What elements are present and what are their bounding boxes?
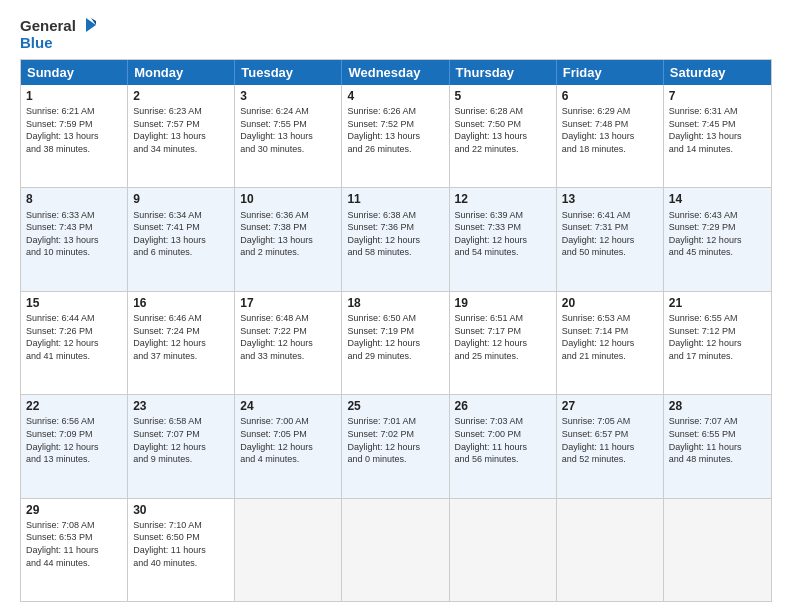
header-cell-saturday: Saturday: [664, 60, 771, 85]
calendar-cell-7: 7Sunrise: 6:31 AM Sunset: 7:45 PM Daylig…: [664, 85, 771, 187]
calendar-cell-10: 10Sunrise: 6:36 AM Sunset: 7:38 PM Dayli…: [235, 188, 342, 290]
logo-general-text: General: [20, 17, 76, 34]
calendar-cell-16: 16Sunrise: 6:46 AM Sunset: 7:24 PM Dayli…: [128, 292, 235, 394]
calendar-cell-12: 12Sunrise: 6:39 AM Sunset: 7:33 PM Dayli…: [450, 188, 557, 290]
header-cell-sunday: Sunday: [21, 60, 128, 85]
calendar-cell-2: 2Sunrise: 6:23 AM Sunset: 7:57 PM Daylig…: [128, 85, 235, 187]
calendar-cell-26: 26Sunrise: 7:03 AM Sunset: 7:00 PM Dayli…: [450, 395, 557, 497]
calendar-row-4: 22Sunrise: 6:56 AM Sunset: 7:09 PM Dayli…: [21, 395, 771, 498]
calendar-row-2: 8Sunrise: 6:33 AM Sunset: 7:43 PM Daylig…: [21, 188, 771, 291]
header-cell-wednesday: Wednesday: [342, 60, 449, 85]
calendar-cell-3: 3Sunrise: 6:24 AM Sunset: 7:55 PM Daylig…: [235, 85, 342, 187]
header-cell-thursday: Thursday: [450, 60, 557, 85]
calendar-cell-20: 20Sunrise: 6:53 AM Sunset: 7:14 PM Dayli…: [557, 292, 664, 394]
calendar-cell-1: 1Sunrise: 6:21 AM Sunset: 7:59 PM Daylig…: [21, 85, 128, 187]
calendar-cell-4: 4Sunrise: 6:26 AM Sunset: 7:52 PM Daylig…: [342, 85, 449, 187]
calendar-cell-15: 15Sunrise: 6:44 AM Sunset: 7:26 PM Dayli…: [21, 292, 128, 394]
logo-bird-icon: [78, 16, 96, 34]
calendar-cell-21: 21Sunrise: 6:55 AM Sunset: 7:12 PM Dayli…: [664, 292, 771, 394]
calendar-cell-14: 14Sunrise: 6:43 AM Sunset: 7:29 PM Dayli…: [664, 188, 771, 290]
header-cell-friday: Friday: [557, 60, 664, 85]
calendar-cell-30: 30Sunrise: 7:10 AM Sunset: 6:50 PM Dayli…: [128, 499, 235, 601]
calendar-cell-24: 24Sunrise: 7:00 AM Sunset: 7:05 PM Dayli…: [235, 395, 342, 497]
header-cell-tuesday: Tuesday: [235, 60, 342, 85]
calendar-cell-6: 6Sunrise: 6:29 AM Sunset: 7:48 PM Daylig…: [557, 85, 664, 187]
calendar-cell-23: 23Sunrise: 6:58 AM Sunset: 7:07 PM Dayli…: [128, 395, 235, 497]
logo: General Blue: [20, 16, 96, 51]
calendar-cell-empty-4-4: [450, 499, 557, 601]
calendar-cell-25: 25Sunrise: 7:01 AM Sunset: 7:02 PM Dayli…: [342, 395, 449, 497]
calendar-cell-empty-4-5: [557, 499, 664, 601]
calendar-cell-11: 11Sunrise: 6:38 AM Sunset: 7:36 PM Dayli…: [342, 188, 449, 290]
calendar-cell-13: 13Sunrise: 6:41 AM Sunset: 7:31 PM Dayli…: [557, 188, 664, 290]
page: General Blue SundayMondayTuesdayWednesda…: [0, 0, 792, 612]
calendar-cell-28: 28Sunrise: 7:07 AM Sunset: 6:55 PM Dayli…: [664, 395, 771, 497]
calendar-cell-5: 5Sunrise: 6:28 AM Sunset: 7:50 PM Daylig…: [450, 85, 557, 187]
calendar-row-1: 1Sunrise: 6:21 AM Sunset: 7:59 PM Daylig…: [21, 85, 771, 188]
calendar-row-5: 29Sunrise: 7:08 AM Sunset: 6:53 PM Dayli…: [21, 499, 771, 601]
calendar-header: SundayMondayTuesdayWednesdayThursdayFrid…: [21, 60, 771, 85]
calendar-cell-empty-4-2: [235, 499, 342, 601]
calendar-cell-22: 22Sunrise: 6:56 AM Sunset: 7:09 PM Dayli…: [21, 395, 128, 497]
calendar-cell-19: 19Sunrise: 6:51 AM Sunset: 7:17 PM Dayli…: [450, 292, 557, 394]
calendar-cell-empty-4-3: [342, 499, 449, 601]
calendar-cell-9: 9Sunrise: 6:34 AM Sunset: 7:41 PM Daylig…: [128, 188, 235, 290]
calendar: SundayMondayTuesdayWednesdayThursdayFrid…: [20, 59, 772, 602]
calendar-cell-empty-4-6: [664, 499, 771, 601]
logo-blue-text: Blue: [20, 34, 53, 51]
calendar-cell-18: 18Sunrise: 6:50 AM Sunset: 7:19 PM Dayli…: [342, 292, 449, 394]
calendar-cell-29: 29Sunrise: 7:08 AM Sunset: 6:53 PM Dayli…: [21, 499, 128, 601]
calendar-cell-17: 17Sunrise: 6:48 AM Sunset: 7:22 PM Dayli…: [235, 292, 342, 394]
calendar-body: 1Sunrise: 6:21 AM Sunset: 7:59 PM Daylig…: [21, 85, 771, 601]
calendar-cell-27: 27Sunrise: 7:05 AM Sunset: 6:57 PM Dayli…: [557, 395, 664, 497]
header: General Blue: [20, 16, 772, 51]
calendar-row-3: 15Sunrise: 6:44 AM Sunset: 7:26 PM Dayli…: [21, 292, 771, 395]
calendar-cell-8: 8Sunrise: 6:33 AM Sunset: 7:43 PM Daylig…: [21, 188, 128, 290]
header-cell-monday: Monday: [128, 60, 235, 85]
